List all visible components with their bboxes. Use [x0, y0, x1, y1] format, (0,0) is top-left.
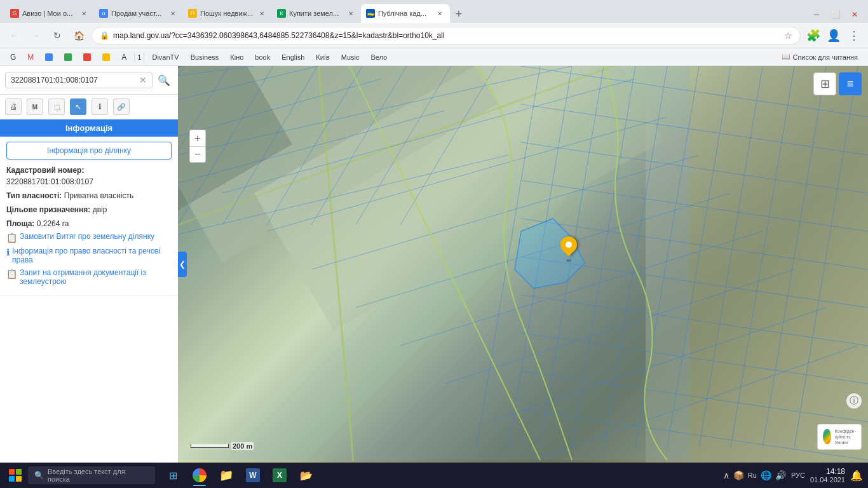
- zoom-controls: + −: [189, 130, 206, 163]
- bookmark-folder-music[interactable]: Music: [336, 51, 365, 63]
- tab-close-4[interactable]: ✕: [346, 8, 356, 18]
- link-extract[interactable]: 📋 Замовити Витяг про земельну ділянку: [6, 232, 172, 243]
- select-icon: ⬚: [54, 104, 60, 111]
- system-clock[interactable]: 14:18 01.04.2021: [810, 467, 845, 484]
- measure-tool-button[interactable]: M: [27, 98, 43, 115]
- bookmark-b3[interactable]: [78, 51, 96, 63]
- profile-button[interactable]: 👤: [825, 27, 843, 44]
- link-ownership[interactable]: ℹ Інформація про право власності та речо…: [6, 247, 172, 264]
- tab-title-2: Продам участ...: [111, 10, 165, 17]
- collapse-panel-button[interactable]: ❮: [178, 252, 187, 277]
- tab-cadastre[interactable]: 🇺🇦 Публічна кад... ✕: [361, 4, 450, 23]
- purpose-value: двір: [93, 205, 107, 214]
- taskbar-app-files[interactable]: 📂: [294, 463, 319, 487]
- info-section-header: Інформація: [0, 119, 178, 137]
- taskbar-app-task-view[interactable]: ⊞: [160, 463, 186, 487]
- pointer-tool-button[interactable]: ↖: [70, 98, 86, 115]
- main-content: + − ⊞ ≡ 200 m Конфіден- ційність: [0, 66, 868, 463]
- bookmark-folder-velo[interactable]: Вело: [365, 51, 392, 63]
- taskbar-app-word[interactable]: W: [240, 463, 266, 487]
- bookmark-folder-book[interactable]: book: [250, 51, 275, 63]
- print-icon: 🖨: [10, 102, 17, 111]
- tab-title-4: Купити земел...: [289, 10, 342, 17]
- url-text: map.land.gov.ua/?cc=3436392.060398643,64…: [113, 31, 780, 40]
- taskbar-app-excel[interactable]: X: [267, 463, 292, 487]
- tab-close-5[interactable]: ✕: [435, 8, 445, 18]
- map-menu-button[interactable]: ≡: [839, 72, 862, 95]
- bookmark-folder-business[interactable]: Business: [186, 51, 224, 63]
- tab-close-2[interactable]: ✕: [168, 8, 178, 18]
- tab-close-3[interactable]: ✕: [257, 8, 267, 18]
- more-button[interactable]: ⋮: [845, 27, 863, 44]
- start-button[interactable]: [5, 465, 25, 485]
- info-parcel-button[interactable]: Інформація про ділянку: [6, 142, 172, 159]
- tab-search[interactable]: П Пошук недвиж... ✕: [183, 4, 272, 23]
- bookmark-folder-english[interactable]: English: [276, 51, 309, 63]
- maximize-button[interactable]: ⬜: [827, 6, 844, 23]
- menu-icon: ≡: [847, 78, 854, 91]
- language-display[interactable]: РУС: [791, 471, 805, 479]
- address-bar[interactable]: 🔒 map.land.gov.ua/?cc=3436392.060398643,…: [92, 27, 801, 44]
- reading-list-button[interactable]: 📖 Список для читання: [776, 51, 863, 63]
- share-tool-button[interactable]: 🔗: [113, 98, 130, 115]
- tab-bar: G Авизо | Мои о... ✕ о Продам участ... ✕…: [0, 0, 868, 23]
- reload-button[interactable]: ↻: [48, 27, 66, 44]
- dropbox-icon[interactable]: 📦: [733, 470, 744, 480]
- lock-icon: 🔒: [100, 31, 109, 40]
- print-tool-button[interactable]: 🖨: [5, 98, 22, 115]
- select-area-button[interactable]: ⬚: [48, 98, 65, 115]
- volume-icon[interactable]: 🔊: [775, 470, 786, 480]
- zoom-in-button[interactable]: +: [189, 130, 206, 146]
- bookmark-b1[interactable]: [40, 51, 58, 63]
- tab-favicon-1: G: [10, 9, 19, 18]
- word-icon: W: [246, 468, 260, 482]
- map-layers-button[interactable]: ⊞: [813, 72, 836, 95]
- link-ownership-icon: ℹ: [6, 247, 10, 257]
- taskbar-search-placeholder: Введіть здесь текст для поиска: [48, 468, 149, 483]
- search-input[interactable]: [11, 76, 139, 85]
- svg-line-23: [731, 66, 794, 447]
- tab-mail[interactable]: G Авизо | Мои о... ✕: [5, 4, 94, 23]
- tab-avizo[interactable]: о Продам участ... ✕: [94, 4, 183, 23]
- minimize-button[interactable]: ─: [808, 6, 825, 23]
- address-bar-row: ← → ↻ 🏠 🔒 map.land.gov.ua/?cc=3436392.06…: [0, 23, 868, 48]
- bookmark-b5[interactable]: A: [116, 51, 132, 64]
- taskbar-app-chrome[interactable]: [187, 463, 212, 487]
- map-pin[interactable]: [559, 236, 578, 263]
- tab-favicon-2: о: [99, 9, 108, 18]
- bookmark-gmail[interactable]: M: [22, 51, 39, 64]
- bookmark-folder-divantv[interactable]: DivanTV: [147, 51, 184, 63]
- info-tool-button[interactable]: ℹ: [92, 98, 108, 115]
- taskbar-app-explorer[interactable]: 📁: [214, 463, 239, 487]
- network-icon[interactable]: 🌐: [761, 470, 771, 480]
- link-docs[interactable]: 📋 Запит на отримання документації із зем…: [6, 268, 172, 286]
- tab-close-1[interactable]: ✕: [79, 8, 89, 18]
- extensions-button[interactable]: 🧩: [804, 27, 822, 44]
- new-tab-button[interactable]: +: [450, 5, 468, 23]
- forward-button[interactable]: →: [27, 27, 44, 44]
- tab-favicon-3: П: [188, 9, 197, 18]
- bookmark-b4[interactable]: [97, 51, 115, 63]
- bookmark-folder-kyiv[interactable]: Київ: [311, 51, 334, 63]
- bookmark-g[interactable]: G: [5, 51, 21, 64]
- home-button[interactable]: 🏠: [70, 27, 88, 44]
- tab-title-1: Авизо | Мои о...: [22, 10, 76, 17]
- tab-buy[interactable]: К Купити земел... ✕: [272, 4, 361, 23]
- zoom-out-button[interactable]: −: [189, 146, 206, 163]
- clock-date: 01.04.2021: [810, 476, 845, 484]
- bookmark-folder-kino[interactable]: Кіно: [225, 51, 248, 63]
- bookmark-star-icon[interactable]: ☆: [784, 30, 792, 41]
- close-button[interactable]: ✕: [846, 6, 863, 23]
- info-icon-badge[interactable]: ⓘ: [846, 393, 862, 409]
- tray-up-arrow[interactable]: ∧: [723, 470, 729, 480]
- back-button[interactable]: ←: [5, 27, 23, 44]
- search-clear-button[interactable]: ✕: [139, 75, 147, 85]
- taskbar-search-bar[interactable]: 🔍 Введіть здесь текст для поиска: [28, 466, 155, 484]
- language-icon[interactable]: Ru: [748, 471, 757, 479]
- notification-center-icon[interactable]: 🔔: [850, 470, 863, 482]
- layers-icon: ⊞: [820, 77, 830, 91]
- measure-icon: M: [32, 104, 37, 111]
- pointer-icon: ↖: [75, 102, 81, 111]
- bookmark-b2[interactable]: [59, 51, 77, 63]
- search-button[interactable]: 🔍: [155, 71, 173, 89]
